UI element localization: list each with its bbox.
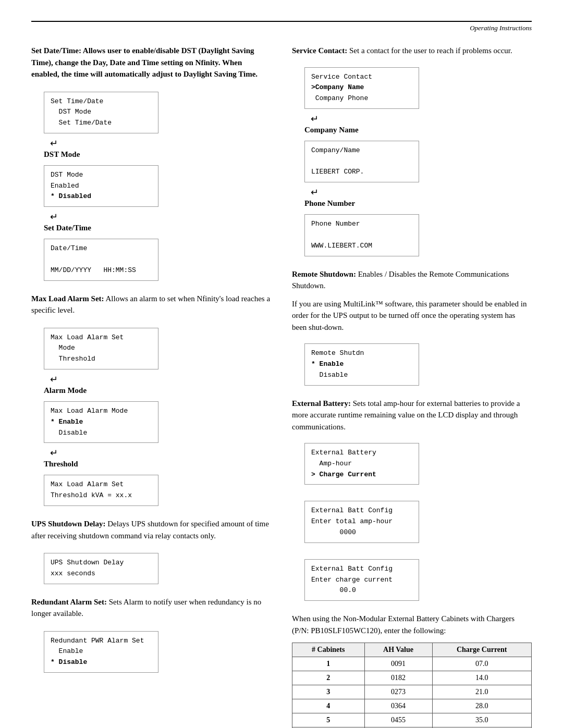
left-column: Set Date/Time: Allows user to enable/dis… (31, 45, 271, 728)
page-header: Operating Instructions (31, 21, 532, 32)
table-row: 2018214.0 (292, 671, 532, 685)
table-cell: 35.0 (432, 713, 531, 727)
arrow-6: ↵ (311, 187, 532, 198)
set-time-date-box: Set Time/Date DST Mode Set Time/Date (44, 92, 158, 133)
table-cell: 28.0 (432, 699, 531, 713)
table-cell: 14.0 (432, 671, 531, 685)
table-cell: 1 (292, 657, 365, 671)
alarm-mode-box: Max Load Alarm Mode * Enable Disable (44, 401, 158, 443)
external-battery-intro: External Battery: Sets total amp-hour fo… (292, 398, 532, 433)
arrow-3: ↵ (50, 374, 271, 385)
table-row: 5045535.0 (292, 713, 532, 727)
phone-number-box: Phone Number WWW.LIEBERT.COM (304, 214, 419, 256)
service-contact-box: Service Contact >Company Name Company Ph… (304, 67, 419, 109)
table-row: 4036428.0 (292, 699, 532, 713)
table-cell: 0091 (364, 657, 432, 671)
phone-number-heading: Phone Number (304, 199, 532, 208)
ext-battery-table: # Cabinets AH Value Charge Current 10091… (292, 643, 532, 728)
table-cell: 0182 (364, 671, 432, 685)
right-column: Service Contact: Set a contact for the u… (292, 45, 532, 728)
set-date-heading: Set Date/Time (44, 224, 271, 232)
redundant-alarm-box: Redundant PWR Alarm Set Enable * Disable (44, 631, 158, 673)
table-cell: 07.0 (432, 657, 531, 671)
redundant-bold: Redundant Alarm Set: (31, 598, 107, 606)
max-load-bold: Max Load Alarm Set: (31, 294, 104, 303)
ups-bold: UPS Shutdown Delay: (31, 520, 106, 528)
table-header-charge: Charge Current (432, 643, 531, 657)
table-row: 3027321.0 (292, 685, 532, 699)
ups-shutdown-intro: UPS Shutdown Delay: Delays UPS shutdown … (31, 518, 271, 541)
max-load-box: Max Load Alarm Set Mode Threshold (44, 328, 158, 369)
remote-shutdown-intro: Remote Shutdown: Enables / Disables the … (292, 268, 532, 292)
dst-mode-box: DST Mode Enabled * Disabled (44, 165, 158, 207)
threshold-heading: Threshold (44, 460, 271, 468)
company-name-heading: Company Name (304, 126, 532, 134)
redundant-alarm-intro: Redundant Alarm Set: Sets Alarm to notif… (31, 596, 271, 620)
ext-battery-box3: External Batt Config Enter charge curren… (304, 559, 419, 601)
company-name-box: Company/Name LIEBERT CORP. (304, 141, 419, 182)
arrow-5: ↵ (311, 113, 532, 125)
header-text: Operating Instructions (470, 24, 532, 32)
date-time-box: Date/Time MM/DD/YYYY HH:MM:SS (44, 239, 158, 280)
remote-shutdown-box: Remote Shutdn * Enable Disable (304, 343, 419, 385)
ext-battery-bold: External Battery: (292, 399, 351, 408)
set-datetime-intro-text: Set Date/Time: Allows user to enable/dis… (31, 46, 258, 78)
set-datetime-intro: Set Date/Time: Allows user to enable/dis… (31, 45, 271, 80)
ext-battery-closing: When using the Non-Modular External Batt… (292, 613, 532, 636)
table-cell: 3 (292, 685, 365, 699)
alarm-mode-heading: Alarm Mode (44, 386, 271, 395)
remote-shutdown-para2: If you are using MultiLink™ software, th… (292, 298, 532, 334)
table-cell: 0273 (364, 685, 432, 699)
table-cell: 0364 (364, 699, 432, 713)
table-cell: 4 (292, 699, 365, 713)
table-cell: 21.0 (432, 685, 531, 699)
dst-mode-heading: DST Mode (44, 150, 271, 159)
ext-battery-box2: External Batt Config Enter total amp-hou… (304, 501, 419, 542)
table-cell: 0455 (364, 713, 432, 727)
table-header-cabinets: # Cabinets (292, 643, 365, 657)
service-contact-rest: Set a contact for the user to reach if p… (349, 46, 512, 55)
arrow-1: ↵ (50, 138, 271, 149)
service-contact-intro: Service Contact: Set a contact for the u… (292, 45, 532, 57)
ext-battery-box1: External Battery Amp-hour > Charge Curre… (304, 443, 419, 485)
table-row: 1009107.0 (292, 657, 532, 671)
service-contact-bold: Service Contact: (292, 46, 347, 55)
max-load-intro: Max Load Alarm Set: Allows an alarm to s… (31, 293, 271, 316)
threshold-box: Max Load Alarm Set Threshold kVA = xx.x (44, 475, 158, 506)
remote-shutdown-bold: Remote Shutdown: (292, 270, 356, 278)
arrow-2: ↵ (50, 211, 271, 223)
table-cell: 2 (292, 671, 365, 685)
table-cell: 5 (292, 713, 365, 727)
ups-shutdown-box: UPS Shutdown Delay xxx seconds (44, 553, 158, 584)
arrow-4: ↵ (50, 447, 271, 459)
table-header-ah: AH Value (364, 643, 432, 657)
